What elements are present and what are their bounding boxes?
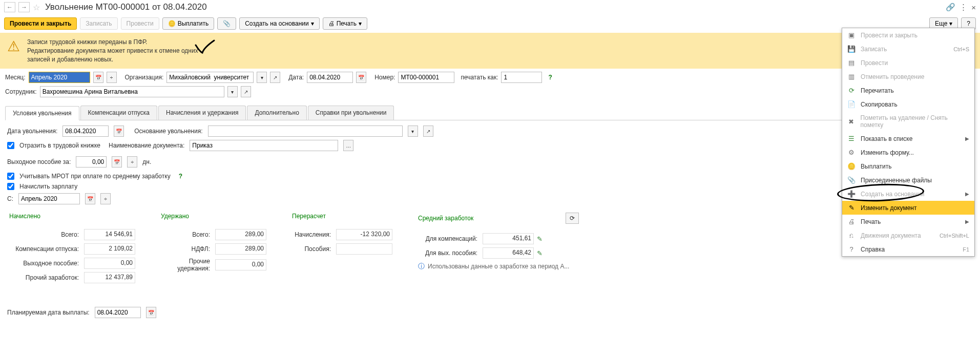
menu-change-form[interactable]: ⚙Изменить форму... bbox=[842, 145, 974, 159]
menu-movements[interactable]: ⎌Движения документаCtrl+Shift+L bbox=[842, 228, 974, 242]
menu-save[interactable]: 💾ЗаписатьCtrl+S bbox=[842, 42, 974, 56]
more-dropdown-menu: ▣Провести и закрыть 💾ЗаписатьCtrl+S ▤Про… bbox=[842, 28, 975, 257]
spinner-icon[interactable]: ÷ bbox=[100, 193, 111, 204]
calendar-icon[interactable]: 📅 bbox=[112, 156, 122, 168]
planned-date-input[interactable] bbox=[95, 307, 141, 318]
nav-back-button[interactable]: ← bbox=[4, 2, 15, 12]
paperclip-icon: 📎 bbox=[847, 176, 856, 184]
reflect-label: Отразить в трудовой книжке bbox=[19, 142, 100, 149]
info-icon: ⓘ bbox=[418, 262, 425, 271]
avg-column: Средний заработок ⟳ Для компенсаций:451,… bbox=[418, 213, 579, 286]
open-icon[interactable]: ↗ bbox=[270, 72, 280, 83]
menu-mark-delete[interactable]: ✖Пометить на удаление / Снять пометку bbox=[842, 111, 974, 132]
basis-label: Основание увольнения: bbox=[134, 128, 202, 135]
chevron-down-icon: ▾ bbox=[311, 20, 314, 27]
spinner-icon[interactable]: ÷ bbox=[127, 156, 137, 168]
date-input[interactable] bbox=[307, 72, 353, 83]
mrot-checkbox[interactable] bbox=[7, 173, 14, 180]
total-accrued: 14 546,91 bbox=[84, 229, 135, 240]
reflect-checkbox[interactable] bbox=[7, 142, 14, 149]
recalc-accr: -12 320,00 bbox=[336, 229, 392, 240]
accrued-head: Начислено bbox=[9, 213, 135, 220]
tab-vacation-comp[interactable]: Компенсации отпуска bbox=[80, 106, 157, 120]
severance-label: Выходное пособие за: bbox=[7, 158, 71, 165]
menu-print[interactable]: 🖨Печать▶ bbox=[842, 215, 974, 228]
tab-accruals[interactable]: Начисления и удержания bbox=[158, 106, 246, 120]
month-input[interactable] bbox=[29, 72, 90, 83]
warning-banner: ⚠ Записи трудовой книжки переданы в ПФР.… bbox=[0, 33, 980, 69]
accrued-column: Начислено Всего:14 546,91 Компенсации от… bbox=[9, 213, 135, 286]
tab-dismissal-conditions[interactable]: Условия увольнения bbox=[5, 106, 79, 120]
pencil-icon[interactable]: ✎ bbox=[537, 235, 543, 243]
from-input[interactable] bbox=[18, 193, 80, 204]
ndfl-val: 289,00 bbox=[215, 243, 266, 255]
printas-input[interactable] bbox=[501, 72, 542, 83]
org-input[interactable] bbox=[166, 72, 254, 83]
docname-input[interactable] bbox=[190, 140, 338, 151]
dropdown-icon[interactable]: ▾ bbox=[408, 126, 418, 137]
menu-help[interactable]: ?СправкаF1 bbox=[842, 242, 974, 256]
kebab-icon[interactable]: ⋮ bbox=[960, 3, 967, 12]
accrue-checkbox[interactable] bbox=[7, 183, 14, 190]
open-icon[interactable]: ↗ bbox=[241, 86, 251, 97]
menu-show-list[interactable]: ☰Показать в списке▶ bbox=[842, 132, 974, 145]
attach-button[interactable]: 📎 bbox=[217, 17, 236, 30]
post-button[interactable]: Провести bbox=[121, 17, 159, 30]
calendar-icon[interactable]: 📅 bbox=[93, 72, 103, 83]
tab-certificates[interactable]: Справки при увольнении bbox=[308, 106, 394, 120]
create-based-button[interactable]: Создать на основании ▾ bbox=[239, 17, 320, 30]
menu-post[interactable]: ▤Провести bbox=[842, 56, 974, 70]
create-icon: ➕ bbox=[847, 190, 856, 198]
link-icon[interactable]: 🔗 bbox=[946, 3, 955, 12]
post-close-icon: ▣ bbox=[847, 31, 856, 39]
open-icon[interactable]: ↗ bbox=[423, 126, 433, 137]
dropdown-icon[interactable]: ▾ bbox=[257, 72, 267, 83]
menu-reread[interactable]: ⟳Перечитать bbox=[842, 83, 974, 97]
planned-date-label: Планируемая дата выплаты: bbox=[7, 309, 90, 316]
coin-icon: 🪙 bbox=[847, 162, 856, 170]
severance-input[interactable] bbox=[76, 156, 107, 168]
spinner-icon[interactable]: ÷ bbox=[107, 72, 117, 83]
summary-section: Начислено Всего:14 546,91 Компенсации от… bbox=[9, 213, 973, 286]
calendar-icon[interactable]: 📅 bbox=[146, 307, 156, 318]
pencil-icon[interactable]: ✎ bbox=[537, 249, 543, 257]
save-button[interactable]: Записать bbox=[80, 17, 117, 30]
pay-button[interactable]: 🪙Выплатить bbox=[162, 17, 215, 30]
deducted-head: Удержано bbox=[161, 213, 266, 220]
paperclip-icon: 📎 bbox=[223, 20, 231, 27]
severance-unit: дн. bbox=[142, 158, 151, 165]
copy-icon: 📄 bbox=[847, 100, 856, 108]
post-and-close-button[interactable]: Провести и закрыть bbox=[4, 17, 77, 30]
menu-edit-document[interactable]: ✎Изменить документ bbox=[842, 201, 974, 215]
calendar-icon[interactable]: 📅 bbox=[114, 126, 124, 137]
print-button[interactable]: 🖨Печать ▾ bbox=[323, 17, 367, 30]
basis-input[interactable] bbox=[208, 126, 403, 137]
menu-copy[interactable]: 📄Скопировать bbox=[842, 97, 974, 111]
dismiss-date-input[interactable] bbox=[62, 126, 109, 137]
help-link[interactable]: ? bbox=[548, 74, 552, 81]
menu-cancel-post[interactable]: ▥Отменить проведение bbox=[842, 70, 974, 83]
org-label: Организация: bbox=[125, 74, 164, 81]
calendar-icon[interactable]: 📅 bbox=[85, 193, 95, 204]
ellipsis-icon[interactable]: … bbox=[343, 140, 353, 151]
nav-forward-button[interactable]: → bbox=[18, 2, 30, 12]
chevron-down-icon: ▾ bbox=[359, 20, 362, 27]
close-icon[interactable]: × bbox=[971, 3, 976, 12]
star-icon[interactable]: ☆ bbox=[33, 3, 40, 12]
menu-create-based[interactable]: ➕Создать на основании▶ bbox=[842, 187, 974, 201]
employee-input[interactable] bbox=[40, 86, 224, 97]
menu-attached[interactable]: 📎Присоединенные файлы bbox=[842, 173, 974, 187]
dropdown-icon[interactable]: ▾ bbox=[227, 86, 238, 97]
otherded-val: 0,00 bbox=[215, 259, 266, 270]
menu-post-close[interactable]: ▣Провести и закрыть bbox=[842, 28, 974, 42]
tab-additional[interactable]: Дополнительно bbox=[247, 106, 306, 120]
warning-icon: ⚠ bbox=[7, 38, 20, 55]
chevron-down-icon: ▾ bbox=[949, 20, 952, 27]
refresh-button[interactable]: ⟳ bbox=[566, 213, 579, 224]
number-label: Номер: bbox=[374, 74, 395, 81]
number-input[interactable] bbox=[398, 72, 454, 83]
menu-pay[interactable]: 🪙Выплатить bbox=[842, 159, 974, 173]
calendar-icon[interactable]: 📅 bbox=[356, 72, 366, 83]
help-link[interactable]: ? bbox=[179, 173, 182, 180]
forsev-val: 648,42 bbox=[483, 247, 534, 259]
